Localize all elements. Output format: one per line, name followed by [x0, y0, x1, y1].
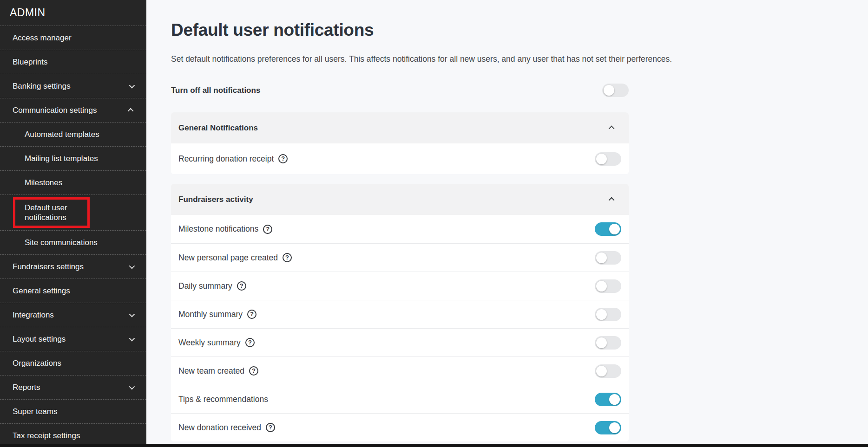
help-icon[interactable]: ? — [266, 423, 275, 432]
toggle-knob — [596, 154, 607, 164]
new-personal-page-created-toggle[interactable] — [595, 251, 621, 265]
sidebar-item-general-settings[interactable]: General settings — [0, 279, 146, 303]
setting-label: New personal page created — [178, 253, 278, 263]
sidebar-item-automated-templates[interactable]: Automated templates — [0, 123, 146, 147]
setting-label: Recurring donation receipt — [178, 154, 274, 164]
sidebar-item-default-user-notifications[interactable]: Default user notifications — [0, 195, 146, 231]
section-header-general-notifications[interactable]: General Notifications — [171, 112, 629, 143]
setting-row-weekly-summary: Weekly summary? — [171, 328, 629, 356]
sidebar-item-mailing-list-templates[interactable]: Mailing list templates — [0, 147, 146, 171]
recurring-donation-receipt-toggle[interactable] — [595, 152, 621, 166]
sidebar-item-banking-settings[interactable]: Banking settings — [0, 74, 146, 98]
toggle-knob — [596, 309, 607, 320]
setting-row-left: New personal page created? — [178, 253, 292, 263]
setting-label: Tips & recommendations — [178, 395, 268, 404]
sidebar-item-label: Access manager — [13, 33, 72, 43]
window-bottom-edge — [0, 444, 868, 447]
setting-row-tips-recommendations: Tips & recommendations — [171, 385, 629, 413]
section-title: General Notifications — [178, 123, 258, 133]
chevron-up-icon — [609, 197, 615, 203]
page-description: Set default notifications preferences fo… — [171, 54, 775, 65]
setting-row-new-personal-page-created: New personal page created? — [171, 243, 629, 272]
toggle-knob — [596, 366, 607, 376]
sidebar-item-label: Milestones — [25, 178, 62, 188]
chevron-up-icon — [128, 108, 134, 114]
sidebar-item-milestones[interactable]: Milestones — [0, 171, 146, 195]
section-title: Fundraisers activity — [178, 195, 253, 204]
sidebar-item-label: Reports — [13, 382, 40, 392]
chevron-down-icon — [129, 83, 135, 89]
setting-label: Monthly summary — [178, 310, 243, 319]
help-icon[interactable]: ? — [283, 253, 292, 262]
sidebar-item-reports[interactable]: Reports — [0, 376, 146, 400]
sidebar-item-access-manager[interactable]: Access manager — [0, 26, 146, 50]
master-toggle-label: Turn off all notifications — [171, 86, 260, 95]
monthly-summary-toggle[interactable] — [595, 308, 621, 321]
section-header-fundraisers-activity[interactable]: Fundraisers activity — [171, 184, 629, 215]
help-icon[interactable]: ? — [278, 154, 288, 163]
milestone-notifications-toggle[interactable] — [595, 222, 621, 236]
master-toggle-row: Turn off all notifications — [171, 84, 629, 97]
daily-summary-toggle[interactable] — [595, 279, 621, 293]
setting-label: Weekly summary — [178, 338, 241, 348]
sidebar-item-communication-settings[interactable]: Communication settings — [0, 98, 146, 123]
help-icon[interactable]: ? — [249, 366, 258, 376]
chevron-up-icon — [609, 126, 615, 132]
chevron-down-icon — [129, 336, 135, 342]
toggle-knob — [596, 337, 607, 348]
setting-row-new-donation-received: New donation received? — [171, 413, 629, 441]
section-general-notifications: General NotificationsRecurring donation … — [171, 112, 629, 174]
setting-row-left: Tips & recommendations — [178, 395, 268, 404]
setting-row-left: Monthly summary? — [178, 310, 256, 319]
sidebar-item-layout-settings[interactable]: Layout settings — [0, 327, 146, 351]
weekly-summary-toggle[interactable] — [595, 336, 621, 350]
help-icon[interactable]: ? — [237, 281, 246, 291]
help-icon[interactable]: ? — [247, 310, 256, 319]
sidebar-item-organizations[interactable]: Organizations — [0, 351, 146, 376]
chevron-down-icon — [129, 384, 135, 390]
chevron-down-icon — [129, 263, 135, 269]
setting-row-left: Weekly summary? — [178, 338, 255, 348]
sidebar-item-site-communications[interactable]: Site communications — [0, 231, 146, 255]
setting-label: Daily summary — [178, 281, 232, 291]
help-icon[interactable]: ? — [263, 225, 272, 234]
sidebar-item-label: General settings — [13, 286, 70, 296]
setting-label: New donation received — [178, 423, 261, 433]
sidebar-item-label: Automated templates — [25, 130, 99, 139]
setting-label: Milestone notifications — [178, 224, 258, 234]
toggle-knob — [596, 253, 607, 263]
setting-row-left: Daily summary? — [178, 281, 246, 291]
setting-row-left: Milestone notifications? — [178, 224, 272, 234]
toggle-knob — [596, 281, 607, 292]
sidebar-item-label: Site communications — [25, 238, 98, 247]
notification-sections: General NotificationsRecurring donation … — [171, 112, 629, 441]
section-fundraisers-activity: Fundraisers activityMilestone notificati… — [171, 184, 629, 441]
new-team-created-toggle[interactable] — [595, 364, 621, 378]
chevron-down-icon — [129, 311, 135, 317]
turn-off-all-notifications-toggle[interactable] — [602, 84, 629, 97]
sidebar-item-label: Layout settings — [13, 334, 66, 344]
sidebar-item-label: Fundraisers settings — [13, 262, 84, 272]
sidebar-item-label: Mailing list templates — [25, 154, 98, 163]
help-icon[interactable]: ? — [245, 338, 255, 347]
settings-column: Turn off all notifications General Notif… — [171, 84, 629, 441]
sidebar-item-blueprints[interactable]: Blueprints — [0, 50, 146, 74]
sidebar-item-label: Super teams — [13, 407, 57, 416]
active-item-highlight-box: Default user notifications — [13, 197, 90, 228]
sidebar-item-fundraisers-settings[interactable]: Fundraisers settings — [0, 255, 146, 279]
tips-recommendations-toggle[interactable] — [595, 393, 621, 406]
toggle-knob — [604, 85, 614, 96]
toggle-knob — [609, 422, 620, 433]
sidebar-menu: Access managerBlueprintsBanking settings… — [0, 26, 146, 447]
sidebar-item-label: Banking settings — [13, 81, 71, 91]
sidebar-item-integrations[interactable]: Integrations — [0, 303, 146, 327]
setting-row-left: New donation received? — [178, 423, 275, 433]
sidebar-item-label: Default user notifications — [25, 203, 67, 222]
setting-row-recurring-donation-receipt: Recurring donation receipt? — [171, 143, 629, 174]
setting-row-left: Recurring donation receipt? — [178, 154, 288, 164]
main-content: Default user notifications Set default n… — [146, 0, 868, 447]
setting-label: New team created — [178, 366, 244, 376]
sidebar-item-super-teams[interactable]: Super teams — [0, 400, 146, 424]
new-donation-received-toggle[interactable] — [595, 421, 621, 434]
setting-row-milestone-notifications: Milestone notifications? — [171, 215, 629, 243]
